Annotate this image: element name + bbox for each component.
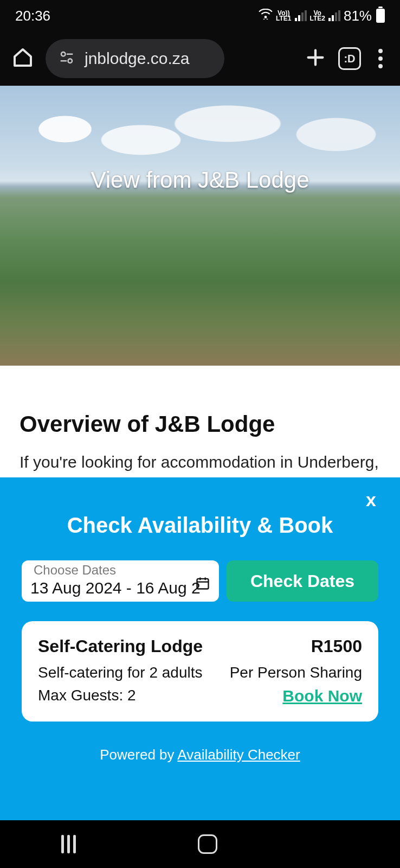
nav-home-icon[interactable] [198, 834, 217, 854]
svg-rect-5 [197, 579, 209, 589]
status-right: Vo)) LTE1 Vo LTE2 81% [259, 8, 385, 24]
hero-image: View from J&B Lodge [0, 86, 400, 366]
signal-2-icon [328, 10, 340, 21]
room-max-guests: Max Guests: 2 [38, 687, 136, 705]
lte2-label: LTE2 [310, 16, 325, 21]
svg-point-1 [61, 52, 66, 56]
calendar-icon [195, 576, 210, 593]
room-price: R1500 [311, 636, 362, 656]
system-nav-bar [0, 820, 400, 868]
tabs-icon[interactable]: :D [338, 47, 361, 70]
nav-recents-icon[interactable] [61, 835, 76, 853]
room-card: Self-Catering Lodge R1500 Self-catering … [22, 621, 378, 722]
battery-icon [376, 9, 385, 23]
battery-percent: 81% [344, 8, 372, 24]
booking-title: Check Availability & Book [22, 513, 378, 538]
overview-heading: Overview of J&B Lodge [20, 411, 380, 437]
date-input[interactable]: Choose Dates 13 Aug 2024 - 16 Aug 2 [22, 560, 219, 602]
tabs-count: :D [344, 53, 355, 65]
powered-by: Powered by Availability Checker [22, 746, 378, 763]
svg-point-3 [68, 59, 73, 63]
url-text: jnblodge.co.za [85, 49, 189, 68]
signal-1-icon [295, 10, 307, 21]
url-bar[interactable]: jnblodge.co.za [46, 39, 224, 78]
date-input-label: Choose Dates [34, 563, 116, 578]
room-price-note: Per Person Sharing [230, 664, 362, 681]
check-dates-button[interactable]: Check Dates [227, 560, 378, 602]
wifi-icon [259, 9, 273, 23]
powered-prefix: Powered by [100, 746, 177, 763]
close-icon[interactable]: x [366, 489, 376, 510]
site-settings-icon[interactable] [59, 49, 75, 68]
powered-link[interactable]: Availability Checker [177, 746, 300, 763]
more-menu-icon[interactable] [373, 46, 388, 72]
book-now-link[interactable]: Book Now [282, 687, 362, 705]
room-name: Self-Catering Lodge [38, 636, 203, 656]
lte1-label: LTE1 [276, 16, 291, 21]
booking-panel: x Check Availability & Book Choose Dates… [0, 477, 400, 820]
room-desc: Self-catering for 2 adults [38, 664, 203, 681]
date-input-value: 13 Aug 2024 - 16 Aug 2 [30, 579, 210, 597]
home-icon[interactable] [12, 47, 34, 71]
svg-point-0 [264, 16, 267, 18]
status-time: 20:36 [15, 8, 50, 24]
status-bar: 20:36 Vo)) LTE1 Vo LTE2 81% [0, 0, 400, 31]
hero-title: View from J&B Lodge [0, 167, 400, 193]
browser-toolbar: jnblodge.co.za :D [0, 31, 400, 86]
new-tab-icon[interactable] [305, 47, 326, 71]
